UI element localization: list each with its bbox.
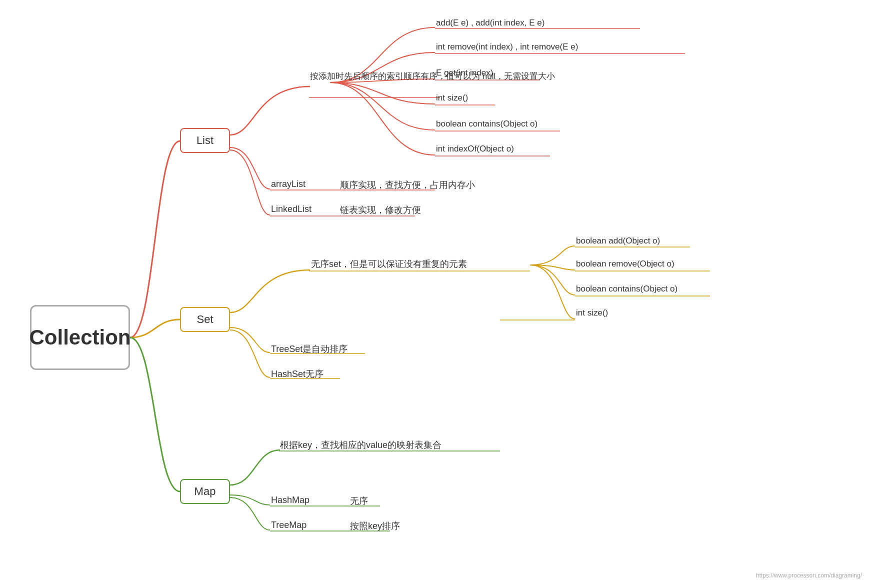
list-method-3: E get(int index) bbox=[436, 68, 493, 78]
map-description: 根据key，查找相应的value的映射表集合 bbox=[280, 439, 442, 451]
list-method-4: int size() bbox=[436, 93, 468, 103]
list-impl-2-desc: 链表实现，修改方便 bbox=[340, 204, 421, 216]
list-label: List bbox=[196, 134, 214, 147]
map-node: Map bbox=[180, 479, 230, 504]
set-method-3: boolean contains(Object o) bbox=[576, 284, 678, 294]
list-method-2: int remove(int index) , int remove(E e) bbox=[436, 42, 578, 52]
list-method-1: add(E e) , add(int index, E e) bbox=[436, 18, 544, 28]
footer-url: https://www.processon.com/diagraming/ bbox=[756, 572, 862, 579]
list-impl-1-desc: 顺序实现，查找方便，占用内存小 bbox=[340, 179, 475, 191]
set-impl-2: HashSet无序 bbox=[271, 368, 324, 380]
map-label: Map bbox=[194, 485, 216, 498]
list-impl-2-name: LinkedList bbox=[271, 204, 312, 214]
set-description: 无序set，但是可以保证没有重复的元素 bbox=[311, 258, 467, 270]
collection-label: Collection bbox=[30, 326, 131, 350]
list-method-5: boolean contains(Object o) bbox=[436, 119, 538, 129]
set-method-4: int size() bbox=[576, 308, 608, 318]
list-impl-1-name: arrayList bbox=[271, 179, 306, 190]
map-impl-2-desc: 按照key排序 bbox=[350, 520, 400, 532]
set-method-1: boolean add(Object o) bbox=[576, 236, 660, 246]
list-node: List bbox=[180, 128, 230, 153]
set-method-2: boolean remove(Object o) bbox=[576, 259, 674, 269]
map-impl-1-desc: 无序 bbox=[350, 495, 368, 507]
collection-box: Collection bbox=[30, 305, 130, 370]
list-description: 按添加时先后顺序的索引顺序有序，值可以为 null，无需设置大小 bbox=[310, 70, 450, 83]
set-label: Set bbox=[196, 313, 213, 326]
map-impl-1-name: HashMap bbox=[271, 495, 310, 506]
set-node: Set bbox=[180, 307, 230, 332]
map-impl-2-name: TreeMap bbox=[271, 520, 306, 530]
set-impl-1: TreeSet是自动排序 bbox=[271, 343, 348, 355]
list-method-6: int indexOf(Object o) bbox=[436, 144, 514, 154]
